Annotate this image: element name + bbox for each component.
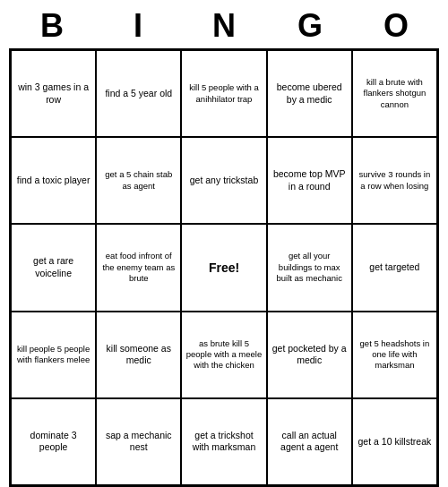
bingo-cell-8: become top MVP in a round bbox=[267, 137, 352, 224]
bingo-cell-22: get a trickshot with marksman bbox=[181, 398, 266, 485]
bingo-cell-19: get 5 headshots in one life with marksma… bbox=[352, 312, 437, 398]
bingo-cell-9: survive 3 rounds in a row when losing bbox=[352, 137, 437, 224]
bingo-cell-1: find a 5 year old bbox=[96, 50, 181, 137]
bingo-cell-15: kill people 5 people with flankers melee bbox=[11, 312, 96, 398]
bingo-cell-7: get any trickstab bbox=[181, 137, 266, 224]
header-letter-i: I bbox=[99, 7, 177, 45]
bingo-cell-23: call an actual agent a agent bbox=[267, 398, 352, 485]
bingo-cell-10: get a rare voiceline bbox=[11, 224, 96, 311]
bingo-cell-4: kill a brute with flankers shotgun canno… bbox=[352, 50, 437, 137]
bingo-header: BINGO bbox=[9, 0, 439, 48]
bingo-cell-20: dominate 3 people bbox=[11, 398, 96, 485]
header-letter-b: B bbox=[13, 7, 91, 45]
bingo-cell-0: win 3 games in a row bbox=[11, 50, 96, 137]
bingo-cell-13: get all your buildings to max built as m… bbox=[267, 224, 352, 311]
bingo-cell-18: get pocketed by a medic bbox=[267, 312, 352, 398]
bingo-cell-14: get targeted bbox=[352, 224, 437, 311]
bingo-grid: win 3 games in a rowfind a 5 year oldkil… bbox=[9, 48, 439, 487]
bingo-cell-16: kill someone as medic bbox=[96, 312, 181, 398]
header-letter-o: O bbox=[357, 7, 435, 45]
bingo-cell-3: become ubered by a medic bbox=[267, 50, 352, 137]
bingo-cell-6: get a 5 chain stab as agent bbox=[96, 137, 181, 224]
header-letter-g: G bbox=[271, 7, 349, 45]
bingo-cell-24: get a 10 killstreak bbox=[352, 398, 437, 485]
bingo-cell-5: find a toxic player bbox=[11, 137, 96, 224]
header-letter-n: N bbox=[185, 7, 263, 45]
bingo-cell-2: kill 5 people with a anihhilator trap bbox=[181, 50, 266, 137]
bingo-cell-12: Free! bbox=[181, 224, 266, 311]
bingo-cell-11: eat food infront of the enemy team as br… bbox=[96, 224, 181, 311]
bingo-cell-21: sap a mechanic nest bbox=[96, 398, 181, 485]
bingo-cell-17: as brute kill 5 people with a meele with… bbox=[181, 312, 266, 398]
